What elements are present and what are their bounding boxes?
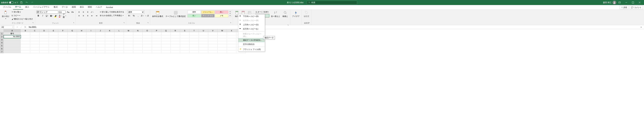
cell[interactable] — [96, 32, 105, 35]
cell[interactable] — [114, 50, 124, 53]
cell[interactable] — [190, 35, 199, 38]
cell[interactable] — [133, 50, 142, 53]
merge-center-button[interactable]: ⊟セルを結合して中央揃え▾ — [99, 14, 125, 17]
group-label-clipboard[interactable]: クリップボード — [1, 22, 34, 24]
col-header-O[interactable]: O — [142, 29, 152, 32]
col-header-S[interactable]: S — [180, 29, 190, 32]
tab-view[interactable]: 表示 — [78, 5, 86, 10]
col-header-L[interactable]: L — [114, 29, 124, 32]
cell[interactable] — [142, 50, 152, 53]
cell[interactable] — [218, 41, 227, 44]
cell[interactable] — [30, 35, 40, 38]
cell[interactable] — [133, 32, 142, 35]
cell[interactable] — [171, 32, 180, 35]
col-header-K[interactable]: K — [105, 29, 114, 32]
cell[interactable] — [21, 32, 30, 35]
col-header-D[interactable]: D — [40, 29, 49, 32]
decrease-indent-button[interactable]: ⇤ — [90, 14, 94, 18]
cell[interactable] — [208, 44, 218, 47]
increase-decimal-button[interactable]: .0→ — [140, 14, 144, 18]
cell[interactable] — [86, 50, 96, 53]
cell[interactable] — [58, 44, 68, 47]
cell[interactable] — [30, 50, 40, 53]
cell[interactable] — [152, 44, 161, 47]
cell[interactable] — [199, 41, 208, 44]
cell[interactable] — [161, 50, 171, 53]
tab-home[interactable]: ホーム — [13, 4, 23, 10]
cell[interactable] — [227, 32, 236, 35]
cell[interactable] — [199, 44, 208, 47]
group-label-font[interactable]: フォント — [36, 22, 74, 24]
format-as-table-button[interactable]: テーブルとして書式設定 — [165, 10, 186, 18]
cell[interactable] — [142, 41, 152, 44]
cell[interactable] — [21, 50, 30, 53]
cell[interactable] — [86, 41, 96, 44]
cell[interactable] — [21, 47, 30, 50]
cell[interactable] — [208, 50, 218, 53]
cell[interactable] — [77, 44, 86, 47]
cell[interactable] — [227, 35, 236, 38]
cell[interactable] — [114, 41, 124, 44]
cell[interactable] — [86, 35, 96, 38]
cell[interactable] — [161, 41, 171, 44]
cell-A1[interactable]: 番号 — [4, 32, 21, 35]
row-header-1[interactable]: 1 — [0, 32, 4, 35]
cell[interactable] — [58, 32, 68, 35]
wrap-text-button[interactable]: ↩折り返して全体を表示する — [99, 10, 125, 14]
fill-justify-item[interactable]: 文字の割付(J) — [238, 42, 265, 46]
cell[interactable] — [133, 38, 142, 41]
col-header-X[interactable]: X — [227, 29, 236, 32]
cell[interactable] — [40, 32, 49, 35]
name-box[interactable]: A2▾ — [1, 26, 14, 29]
autosave-toggle[interactable]: 自動保存 オフ — [1, 1, 18, 4]
cell[interactable] — [68, 44, 77, 47]
row-header-6[interactable]: 6 — [0, 47, 4, 50]
cell[interactable] — [124, 35, 133, 38]
tab-help[interactable]: ヘルプ — [94, 5, 104, 10]
cell[interactable] — [218, 35, 227, 38]
number-format-combo[interactable]: 標準 — [128, 10, 144, 14]
conditional-format-button[interactable]: 条件付き書式 — [152, 10, 164, 18]
maximize-button[interactable] — [630, 0, 636, 5]
ribbon-display-button[interactable] — [618, 0, 622, 4]
cell[interactable] — [40, 38, 49, 41]
col-header-J[interactable]: J — [96, 29, 105, 32]
formula-input[interactable] — [28, 26, 639, 28]
cell[interactable] — [190, 50, 199, 53]
cell[interactable] — [133, 41, 142, 44]
increase-font-button[interactable]: A▴ — [66, 10, 70, 14]
col-header-Q[interactable]: Q — [161, 29, 171, 32]
group-label-alignment[interactable]: 配置 — [77, 22, 125, 24]
enter-formula-button[interactable]: ✓ — [20, 26, 23, 29]
ideas-button[interactable]: アイデア — [292, 10, 300, 18]
cell[interactable] — [180, 44, 190, 47]
cell[interactable] — [152, 50, 161, 53]
cell[interactable] — [208, 47, 218, 50]
sort-filter-button[interactable]: 並べ替えと — [270, 10, 281, 18]
user-account[interactable]: 森田 祥江 — [603, 1, 616, 4]
cell[interactable] — [77, 47, 86, 50]
cell[interactable] — [58, 47, 68, 50]
select-all-corner[interactable] — [0, 29, 4, 32]
fill-down-item[interactable]: ⬇下方向へコピー(D) — [238, 14, 265, 18]
cell[interactable] — [161, 47, 171, 50]
cell[interactable] — [180, 38, 190, 41]
cell[interactable] — [4, 44, 21, 47]
cell[interactable] — [105, 38, 114, 41]
style-neutral[interactable]: どちらでも... — [201, 10, 214, 14]
cell[interactable] — [21, 35, 30, 38]
cell[interactable] — [96, 50, 105, 53]
cell[interactable] — [227, 41, 236, 44]
cell[interactable] — [208, 38, 218, 41]
format-painter-button[interactable]: 🖌書式のコピー/貼り付け — [11, 18, 34, 20]
cell[interactable] — [124, 38, 133, 41]
col-header-N[interactable]: N — [133, 29, 142, 32]
col-header-C[interactable]: C — [30, 29, 40, 32]
cell[interactable] — [96, 35, 105, 38]
cell[interactable] — [40, 47, 49, 50]
cell[interactable] — [30, 38, 40, 41]
cell[interactable] — [68, 47, 77, 50]
cell[interactable] — [199, 38, 208, 41]
sensitivity-button[interactable]: 秘密度 — [303, 10, 310, 18]
col-header-T[interactable]: T — [190, 29, 199, 32]
